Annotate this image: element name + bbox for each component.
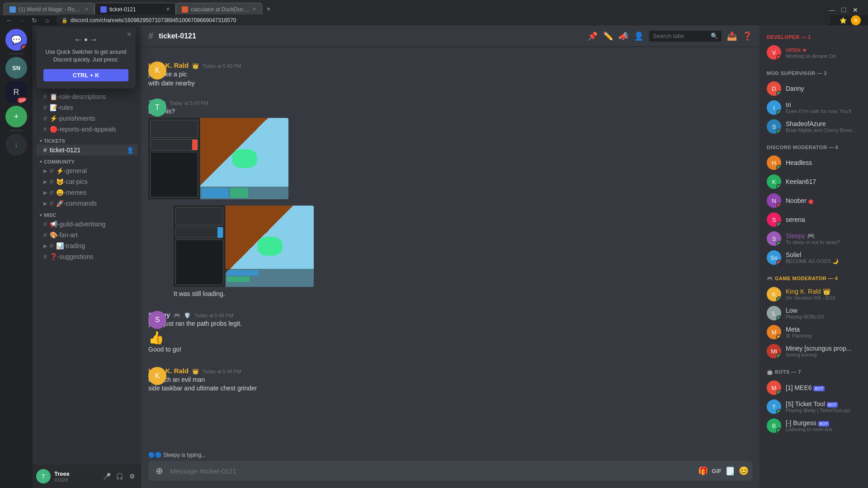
discord-home-icon[interactable]: 💬 1 bbox=[5, 29, 27, 51]
serena-avatar: S bbox=[767, 212, 781, 227]
category-community-header[interactable]: ▾ COMMUNITY bbox=[33, 157, 141, 165]
channel-list: ▾ INFO 📢 !-news 📢 🔨-development-upda... … bbox=[33, 47, 141, 465]
burgess-status-text: Listening to rover.link bbox=[786, 427, 861, 432]
member-danny[interactable]: D Danny bbox=[763, 80, 864, 98]
new-tab-button[interactable]: + bbox=[262, 3, 275, 15]
category-misc-header[interactable]: ▾ MISC bbox=[33, 211, 141, 219]
channel-catpics[interactable]: ▶ # 😺-cat-pics bbox=[36, 176, 137, 187]
window-maximize[interactable]: ☐ bbox=[838, 5, 849, 15]
channel-rules[interactable]: # 📝-rules bbox=[36, 102, 137, 113]
channel-commands[interactable]: ▶ # 🚀-commands bbox=[36, 198, 137, 209]
channel-general[interactable]: ▶ # ⚡-general bbox=[36, 165, 137, 176]
member-miney[interactable]: Mi Miney [scrungus prop... Soring korong bbox=[763, 342, 864, 360]
vetex-status-dot bbox=[776, 55, 781, 60]
url-text: discord.com/channels/1609829507107389451… bbox=[71, 17, 236, 23]
message-king-1: K King K. Rald 👑 Today at 5:40 PM just t… bbox=[141, 54, 760, 89]
gif-button[interactable]: GIF bbox=[712, 468, 722, 474]
channel-trading[interactable]: ▶ # 📊-trading bbox=[36, 240, 137, 251]
channel-ticket-0121[interactable]: # ticket-0121 👤 bbox=[36, 145, 137, 155]
member-vetex[interactable]: V vetex ● Working on Arcane Od. bbox=[763, 43, 864, 61]
member-soliel[interactable]: So Soliel BECOME AS GODS 🌙 bbox=[763, 249, 864, 267]
server-vetex[interactable]: R 109 bbox=[5, 81, 27, 103]
help-icon[interactable]: ❓ bbox=[742, 31, 752, 41]
server-icon-1[interactable]: SN bbox=[5, 57, 27, 79]
pinned-messages-icon[interactable]: 📌 bbox=[588, 31, 598, 41]
deafen-button[interactable]: 🎧 bbox=[114, 471, 125, 482]
member-iri[interactable]: I Iri Even if I'm safe for now, You'll bbox=[763, 99, 864, 117]
category-tickets-header[interactable]: ▾ TICKETS bbox=[33, 136, 141, 145]
tab-roblox[interactable]: (1) World of Magic - Roblox ✕ bbox=[4, 3, 94, 15]
hash-icon-roles: # bbox=[43, 93, 47, 100]
channel-memes[interactable]: ▶ # 😄-memes bbox=[36, 187, 137, 198]
window-minimize[interactable]: — bbox=[826, 5, 837, 15]
tab-roblox-close[interactable]: ✕ bbox=[85, 6, 89, 12]
king-avatar-1[interactable]: K bbox=[148, 61, 166, 80]
qs-shortcut[interactable]: CTRL + K bbox=[43, 69, 128, 81]
tab-discord[interactable]: ticket-0121 ✕ bbox=[94, 3, 176, 15]
server-badge: 109 bbox=[17, 97, 27, 103]
treee-avatar-1[interactable]: T bbox=[148, 99, 166, 117]
channel-reports[interactable]: # 🔴-reports-and-appeals bbox=[36, 124, 137, 135]
channel-punish-name: ⚡-punishments bbox=[50, 115, 134, 122]
member-meta[interactable]: M Meta 🗓 Planning bbox=[763, 323, 864, 341]
channel-suggestions-name: ❓-suggestions bbox=[50, 253, 134, 260]
message-text-4b: Good to go! bbox=[148, 345, 752, 354]
channel-punishments[interactable]: # ⚡-punishments bbox=[36, 113, 137, 124]
member-headless[interactable]: H Headless bbox=[763, 154, 864, 172]
message-text-2: Like this? bbox=[148, 107, 752, 116]
sleepy-info: Sleepy 🎮 To sleep or not to sleep? bbox=[786, 232, 861, 245]
meta-status bbox=[776, 334, 781, 339]
tab-calculator[interactable]: calculator at DuckDuckGo ✕ bbox=[176, 3, 262, 15]
channel-guild-adv[interactable]: # 📢-guild-advertising bbox=[36, 219, 137, 230]
member-sleepy[interactable]: S Sleepy 🎮 To sleep or not to sleep? bbox=[763, 230, 864, 248]
gift-icon[interactable]: 🎁 bbox=[698, 466, 708, 476]
inbox-icon[interactable]: 📥 bbox=[727, 31, 737, 41]
members-list-icon[interactable]: 👤 bbox=[634, 31, 644, 41]
search-bar[interactable]: Search tabs 🔍 bbox=[649, 31, 722, 42]
king-avatar-2[interactable]: K bbox=[148, 367, 166, 385]
member-keelan[interactable]: K Keelan617 bbox=[763, 173, 864, 191]
window-close[interactable]: ✕ bbox=[850, 5, 861, 15]
member-ticket-tool[interactable]: T [S] Ticket Tool BOT Playing $help | Ti… bbox=[763, 398, 864, 416]
member-mee6[interactable]: M [1] MEE6 BOT bbox=[763, 379, 864, 397]
username-display: Treee bbox=[54, 470, 98, 477]
bots-label: 🤖 BOTS — 7 bbox=[767, 369, 801, 375]
back-button[interactable]: ← bbox=[4, 15, 14, 26]
member-shadeofazure[interactable]: S ShadeofAzure Brisk Nights and Cherry B… bbox=[763, 117, 864, 136]
tab-discord-close[interactable]: ✕ bbox=[166, 6, 170, 12]
add-attachment-button[interactable]: ⊕ bbox=[152, 464, 166, 478]
member-low[interactable]: L Low Playing ROBLOX bbox=[763, 304, 864, 322]
url-bar[interactable]: 🔒 discord.com/channels/16098295071073894… bbox=[56, 14, 831, 26]
home-button[interactable]: ⌂ bbox=[42, 15, 52, 26]
quick-switcher-close[interactable]: ✕ bbox=[127, 31, 132, 38]
add-members-icon[interactable]: ✏️ bbox=[603, 31, 613, 41]
tab-calc-close[interactable]: ✕ bbox=[252, 6, 256, 12]
hash-icon-suggestions: # bbox=[43, 253, 47, 260]
channel-fanart[interactable]: # 🎨-fan-art bbox=[36, 230, 137, 240]
screenshot-2[interactable] bbox=[174, 206, 314, 287]
profile-button[interactable]: A bbox=[851, 15, 861, 25]
channel-role-desc[interactable]: # 📋-role-descriptions bbox=[36, 91, 137, 102]
member-burgess[interactable]: B [-] Burgess BOT Listening to rover.lin… bbox=[763, 417, 864, 435]
message-input[interactable] bbox=[170, 463, 694, 479]
member-king-sidebar[interactable]: K King K. Rald 👑 On Vacation 8/5 - 8/10 bbox=[763, 285, 864, 303]
forward-button[interactable]: → bbox=[16, 15, 27, 26]
member-noober[interactable]: N Noober ⬤ bbox=[763, 192, 864, 210]
channel-sidebar: Vetex's Games ∨ ▾ INFO 📢 !-news 📢 🔨-deve… bbox=[33, 25, 141, 488]
extensions-button[interactable]: ⭐ bbox=[838, 15, 848, 25]
mute-button[interactable]: 🎤 bbox=[101, 471, 112, 482]
emoji-picker-button[interactable]: 😊 bbox=[739, 466, 749, 476]
mee6-info: [1] MEE6 BOT bbox=[786, 384, 861, 391]
settings-button[interactable]: ⚙ bbox=[127, 471, 137, 482]
typing-text: 🔵🔵 Sleepy is typing... bbox=[148, 452, 206, 458]
message-king-2: K King K. Rald 👑 Today at 5:46 PM u r su… bbox=[141, 360, 760, 395]
sticker-icon[interactable]: 🗒️ bbox=[725, 466, 735, 476]
server-download-icon[interactable]: ↓ bbox=[5, 134, 27, 155]
screenshot-1[interactable] bbox=[148, 118, 288, 199]
message-time-1: Today at 5:40 PM bbox=[203, 63, 241, 69]
member-serena[interactable]: S serena bbox=[763, 211, 864, 229]
mention-button[interactable]: 📣 bbox=[618, 31, 628, 41]
server-icon-green[interactable]: + bbox=[5, 106, 27, 127]
reload-button[interactable]: ↻ bbox=[29, 15, 40, 26]
channel-suggestions[interactable]: # ❓-suggestions bbox=[36, 251, 137, 262]
